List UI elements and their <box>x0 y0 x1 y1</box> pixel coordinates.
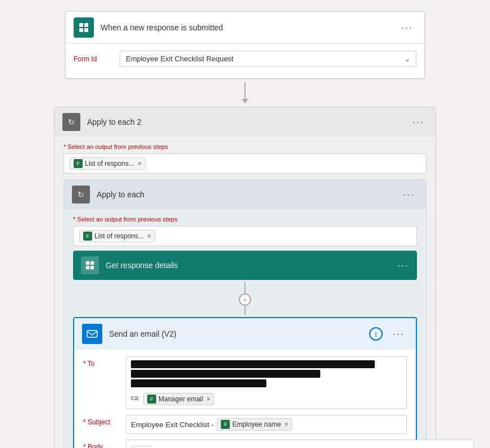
email-card: Send an email (V2) i ··· * To <box>73 317 417 448</box>
employee-token-label: Employee name <box>232 420 281 428</box>
subject-label: * Subject <box>83 415 117 426</box>
inner-loop-more-button[interactable]: ··· <box>400 188 418 202</box>
get-response-card: Get response details ··· <box>73 251 417 280</box>
outer-loop-icon: ↻ <box>62 113 80 131</box>
outer-loop-token-field: F List of respons... × <box>63 153 427 174</box>
redacted-2 <box>131 370 320 378</box>
redacted-3 <box>131 379 266 387</box>
to-field[interactable]: ca: F Manager email × <box>126 356 407 409</box>
redacted-ca: ca: <box>131 394 140 402</box>
inner-loop-title: Apply to each <box>97 190 393 199</box>
outer-loop-card: ↻ Apply to each 2 ··· * Select an output… <box>54 107 436 448</box>
outer-loop-more-button[interactable]: ··· <box>409 115 428 129</box>
inner-loop-icon: ↻ <box>72 185 90 203</box>
inner-token-forms-icon: F <box>83 232 92 241</box>
employee-token-close[interactable]: × <box>284 420 288 428</box>
email-outlook-icon <box>82 324 102 344</box>
svg-rect-0 <box>79 23 83 27</box>
to-field-row: * To ca: F Manager ema <box>83 356 407 409</box>
outer-loop-select-label: * Select an output from previous steps <box>63 143 427 150</box>
email-more-button[interactable]: ··· <box>389 327 408 341</box>
inner-loop-token-field: F List of respons... × <box>73 226 417 246</box>
trigger-title: When a new response is submitted <box>101 23 391 32</box>
svg-rect-5 <box>90 261 94 265</box>
form-id-label: Form Id <box>74 55 113 63</box>
inner-loop-token-close[interactable]: × <box>147 232 151 240</box>
trigger-more-button[interactable]: ··· <box>398 21 416 35</box>
get-response-icon <box>81 256 99 274</box>
svg-rect-4 <box>86 261 89 265</box>
email-info-button[interactable]: i <box>369 327 383 341</box>
manager-email-token[interactable]: F Manager email × <box>143 393 214 405</box>
token-forms-icon: F <box>74 159 83 168</box>
body-field[interactable]: </> <html xmlns:v="urn:schemas-microsoft… <box>126 440 474 448</box>
outer-loop-token[interactable]: F List of respons... × <box>70 157 146 170</box>
form-id-dropdown[interactable]: Employee Exit Checklist Request ⌄ <box>120 51 416 67</box>
inner-loop-select-label: * Select an output from previous steps <box>73 216 417 223</box>
subject-prefix: Employee Exit Checklist - <box>131 420 214 429</box>
svg-rect-2 <box>79 28 83 32</box>
svg-rect-1 <box>84 23 88 27</box>
body-label: * Body <box>83 440 117 448</box>
add-step-button[interactable]: + <box>239 293 251 306</box>
subject-field[interactable]: Employee Exit Checklist - F Employee nam… <box>126 415 407 434</box>
svg-rect-7 <box>90 266 94 269</box>
manager-token-icon: F <box>147 395 156 404</box>
body-field-row: * Body </> <html xmlns:v="urn:schemas-mi… <box>83 440 407 448</box>
manager-token-label: Manager email <box>158 395 203 403</box>
get-response-title: Get response details <box>106 261 391 270</box>
trigger-card: When a new response is submitted ··· For… <box>65 11 425 79</box>
arrow-connector-1 <box>242 79 248 107</box>
employee-name-token[interactable]: F Employee name × <box>217 418 292 431</box>
get-response-more-button[interactable]: ··· <box>397 260 409 271</box>
code-toggle-icon[interactable]: </> <box>132 446 150 448</box>
plus-connector: + <box>73 282 417 315</box>
svg-rect-8 <box>87 331 97 337</box>
form-id-value: Employee Exit Checklist Request <box>126 55 233 63</box>
to-label: * To <box>83 356 117 368</box>
inner-loop-token[interactable]: F List of respons... × <box>79 230 155 242</box>
chevron-down-icon: ⌄ <box>405 55 410 63</box>
manager-token-close[interactable]: × <box>206 395 210 403</box>
redacted-1 <box>131 360 375 368</box>
subject-field-row: * Subject Employee Exit Checklist - F Em… <box>83 415 407 434</box>
email-title: Send an email (V2) <box>109 329 362 338</box>
svg-rect-3 <box>84 28 88 32</box>
inner-loop-card: ↻ Apply to each ··· * Select an output f… <box>63 179 427 448</box>
svg-rect-6 <box>86 266 89 269</box>
employee-token-icon: F <box>221 420 230 429</box>
outer-loop-token-label: List of respons... <box>85 160 134 168</box>
trigger-icon <box>74 17 94 38</box>
inner-loop-token-label: List of respons... <box>94 232 144 240</box>
outer-loop-title: Apply to each 2 <box>87 117 402 126</box>
outer-loop-token-close[interactable]: × <box>138 160 142 168</box>
